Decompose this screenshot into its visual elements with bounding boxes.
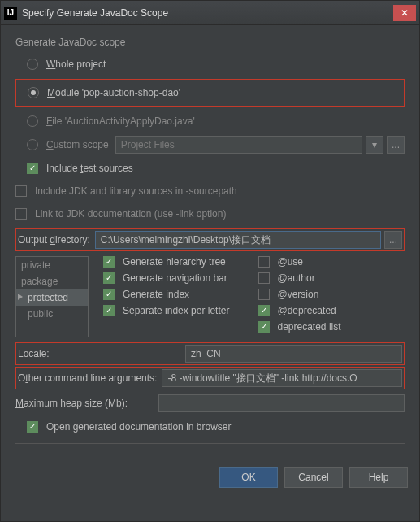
radio-custom-scope[interactable]: Custom scope ▾ ... (27, 136, 405, 154)
checkbox-icon (15, 208, 27, 220)
checkbox-icon (103, 305, 115, 316)
visibility-list[interactable]: private package protected public (15, 256, 89, 337)
radio-file[interactable]: File 'AuctionActivityApplyDao.java' (27, 113, 405, 129)
visibility-package[interactable]: package (16, 273, 88, 289)
checkbox-icon (103, 289, 115, 300)
custom-scope-select[interactable] (115, 136, 362, 154)
title-bar: IJ Specify Generate JavaDoc Scope ✕ (1, 1, 419, 25)
gen-separate[interactable]: Separate index per letter (103, 305, 250, 316)
gen-author[interactable]: @author (258, 272, 405, 284)
radio-whole-project[interactable]: Whole project (27, 56, 405, 72)
output-dir-label: Output directory: (18, 234, 90, 246)
heap-input[interactable] (158, 394, 405, 412)
checkbox-icon (258, 305, 270, 316)
gen-hierarchy[interactable]: Generate hierarchy tree (103, 256, 250, 268)
include-jdk-sources[interactable]: Include JDK and library sources in -sour… (15, 183, 405, 199)
link-jdk-docs[interactable]: Link to JDK documentation (use -link opt… (15, 206, 405, 222)
ok-button[interactable]: OK (219, 467, 278, 488)
button-bar: OK Cancel Help (1, 459, 419, 496)
app-icon: IJ (4, 7, 17, 20)
checkbox-icon (27, 163, 38, 174)
visibility-protected[interactable]: protected (16, 289, 88, 306)
checkbox-icon (27, 421, 38, 433)
close-button[interactable]: ✕ (393, 5, 416, 21)
checkbox-icon (15, 185, 27, 197)
args-label: Other command line arguments: (18, 372, 157, 384)
open-in-browser[interactable]: Open generated documentation in browser (27, 419, 405, 435)
radio-icon (27, 139, 38, 150)
radio-icon (28, 87, 39, 98)
custom-scope-browse-button[interactable]: ... (387, 136, 405, 154)
gen-version[interactable]: @version (258, 289, 405, 300)
checkbox-icon (258, 289, 270, 300)
radio-icon (27, 59, 38, 70)
checkbox-icon (258, 321, 270, 333)
visibility-private[interactable]: private (16, 257, 88, 273)
group-label: Generate JavaDoc scope (15, 37, 405, 48)
checkbox-icon (103, 272, 115, 284)
gen-deprecated[interactable]: @deprecated (258, 305, 405, 316)
radio-icon (27, 115, 38, 127)
help-button[interactable]: Help (349, 467, 408, 488)
checkbox-icon (258, 256, 270, 268)
window-title: Specify Generate JavaDoc Scope (22, 7, 393, 19)
cancel-button[interactable]: Cancel (284, 467, 343, 488)
output-dir-input[interactable] (95, 231, 381, 249)
gen-navigation[interactable]: Generate navigation bar (103, 272, 250, 284)
locale-label: Locale: (18, 348, 67, 359)
radio-module[interactable]: Module 'pop-auction-shop-dao' (28, 85, 402, 101)
visibility-public[interactable]: public (16, 306, 88, 322)
gen-index[interactable]: Generate index (103, 289, 250, 300)
custom-scope-dropdown-icon[interactable]: ▾ (366, 136, 383, 154)
include-test-sources[interactable]: Include test sources (27, 160, 405, 176)
checkbox-icon (258, 272, 270, 284)
output-dir-browse-button[interactable]: ... (384, 231, 402, 249)
args-input[interactable] (162, 369, 402, 387)
locale-input[interactable] (185, 345, 402, 363)
checkbox-icon (103, 256, 115, 268)
gen-deprecated-list[interactable]: deprecated list (258, 321, 405, 333)
gen-use[interactable]: @use (258, 256, 405, 268)
heap-label: Maximum heap size (Mb): (15, 398, 128, 409)
separator (15, 443, 405, 444)
